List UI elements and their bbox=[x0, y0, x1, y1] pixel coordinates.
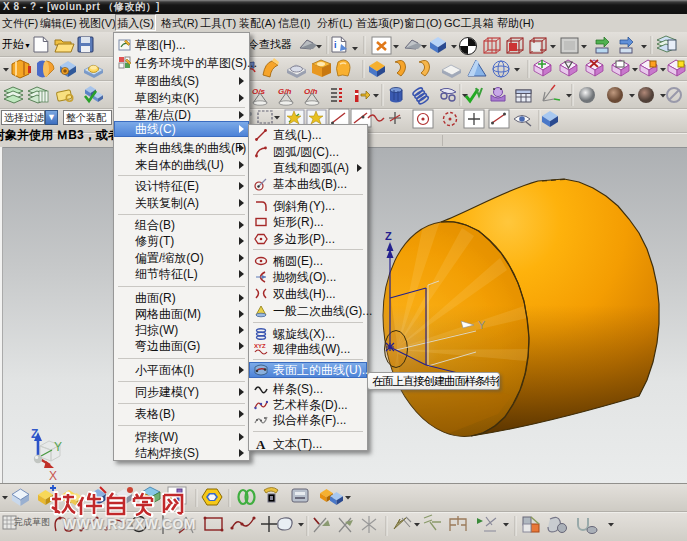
svg-text:X: X bbox=[49, 469, 57, 483]
svg-text:A: A bbox=[256, 437, 266, 451]
svg-text:XYZ: XYZ bbox=[254, 343, 266, 349]
svg-text:Y: Y bbox=[478, 319, 486, 331]
svg-text:Z: Z bbox=[385, 230, 392, 242]
svg-text:i: i bbox=[334, 40, 337, 50]
svg-text:Y: Y bbox=[54, 440, 62, 454]
